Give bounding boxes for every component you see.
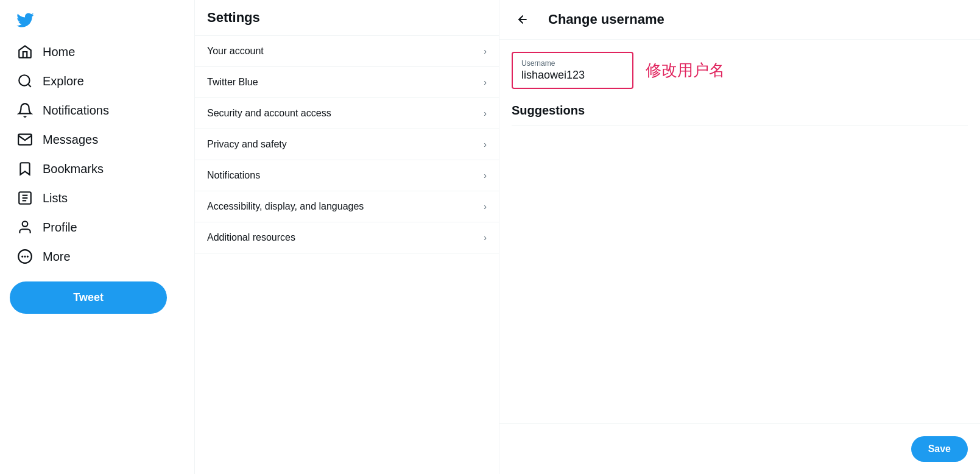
chevron-right-icon: › — [484, 108, 487, 118]
svg-line-1 — [28, 84, 31, 87]
settings-item-label-your-account: Your account — [207, 46, 264, 57]
home-icon — [17, 44, 33, 60]
settings-item-label-additional: Additional resources — [207, 232, 295, 243]
sidebar-item-label-lists: Lists — [43, 191, 68, 205]
settings-item-accessibility[interactable]: Accessibility, display, and languages › — [195, 191, 499, 222]
change-annotation-text: 修改用户名 — [646, 60, 725, 81]
sidebar-item-lists[interactable]: Lists — [10, 184, 185, 212]
username-field[interactable]: Username lishaowei123 — [512, 52, 633, 89]
save-button[interactable]: Save — [911, 436, 968, 462]
settings-panel: Settings Your account › Twitter Blue › S… — [195, 0, 499, 474]
sidebar-item-label-home: Home — [43, 45, 75, 59]
sidebar-item-label-bookmarks: Bookmarks — [43, 162, 104, 176]
suggestions-title: Suggestions — [512, 104, 968, 126]
sidebar-item-more[interactable]: More — [10, 242, 185, 271]
svg-point-0 — [19, 75, 29, 85]
chevron-right-icon: › — [484, 202, 487, 211]
change-username-panel: Change username Username lishaowei123 修改… — [499, 0, 980, 474]
settings-item-label-twitter-blue: Twitter Blue — [207, 77, 258, 88]
settings-header: Settings — [195, 0, 499, 36]
twitter-logo[interactable] — [10, 5, 40, 35]
profile-icon — [17, 219, 33, 235]
sidebar: Home Explore Notifications Messages — [0, 0, 195, 474]
chevron-right-icon: › — [484, 140, 487, 149]
lists-icon — [17, 190, 33, 206]
username-row: Username lishaowei123 修改用户名 — [512, 52, 968, 89]
settings-item-label-security: Security and account access — [207, 108, 331, 119]
settings-item-your-account[interactable]: Your account › — [195, 36, 499, 67]
explore-icon — [17, 73, 33, 89]
settings-item-notifications[interactable]: Notifications › — [195, 160, 499, 191]
chevron-right-icon: › — [484, 77, 487, 87]
settings-item-label-notifications: Notifications — [207, 170, 260, 181]
settings-item-label-accessibility: Accessibility, display, and languages — [207, 201, 364, 212]
mail-icon — [17, 132, 33, 147]
change-username-content: Username lishaowei123 修改用户名 Suggestions — [499, 40, 980, 423]
chevron-right-icon: › — [484, 46, 487, 56]
settings-item-twitter-blue[interactable]: Twitter Blue › — [195, 67, 499, 98]
chevron-right-icon: › — [484, 171, 487, 180]
tweet-button[interactable]: Tweet — [10, 281, 167, 314]
sidebar-item-label-messages: Messages — [43, 133, 98, 147]
sidebar-item-messages[interactable]: Messages — [10, 126, 185, 154]
sidebar-item-home[interactable]: Home — [10, 38, 185, 66]
save-button-wrapper: Save — [499, 423, 980, 474]
sidebar-item-label-explore: Explore — [43, 74, 84, 88]
sidebar-item-bookmarks[interactable]: Bookmarks — [10, 155, 185, 183]
sidebar-item-explore[interactable]: Explore — [10, 67, 185, 95]
sidebar-item-notifications[interactable]: Notifications — [10, 96, 185, 124]
bookmark-icon — [17, 161, 33, 177]
sidebar-item-profile[interactable]: Profile — [10, 213, 185, 241]
settings-item-label-privacy: Privacy and safety — [207, 139, 287, 150]
chevron-right-icon: › — [484, 233, 487, 242]
username-field-label: Username — [521, 59, 624, 68]
change-username-header: Change username — [499, 0, 980, 40]
bell-icon — [17, 102, 33, 118]
settings-item-privacy[interactable]: Privacy and safety › — [195, 129, 499, 160]
settings-item-security[interactable]: Security and account access › — [195, 98, 499, 129]
sidebar-item-label-more: More — [43, 250, 71, 264]
back-button[interactable] — [512, 9, 534, 30]
sidebar-item-label-notifications: Notifications — [43, 104, 109, 118]
svg-point-6 — [23, 221, 28, 227]
sidebar-item-label-profile: Profile — [43, 221, 77, 235]
more-icon — [17, 249, 33, 264]
change-username-title: Change username — [548, 12, 664, 27]
username-field-value: lishaowei123 — [521, 69, 585, 81]
settings-item-additional[interactable]: Additional resources › — [195, 222, 499, 253]
